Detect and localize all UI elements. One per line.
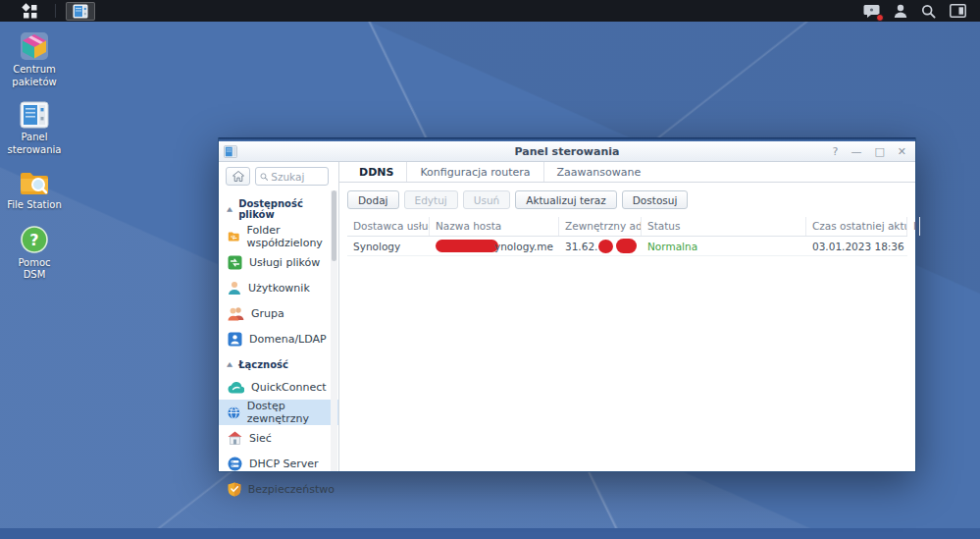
taskbar-separator bbox=[55, 4, 56, 18]
toolbar: Dodaj Edytuj Usuń Aktualizuj teraz Dosto… bbox=[339, 183, 915, 216]
tab-router-configuration[interactable]: Konfiguracja routera bbox=[406, 162, 542, 182]
svg-text:?: ? bbox=[29, 231, 38, 249]
search-icon bbox=[921, 4, 936, 19]
shared-folder-icon bbox=[228, 230, 239, 243]
maximize-button[interactable]: □ bbox=[874, 146, 884, 157]
widgets-icon bbox=[950, 4, 966, 18]
sidebar-top bbox=[219, 162, 338, 190]
window-app-icon bbox=[224, 145, 237, 158]
sidebar-searchbox bbox=[255, 167, 329, 186]
desktop-icon-label: File Station bbox=[7, 199, 61, 212]
taskbar bbox=[0, 0, 980, 22]
network-home-icon bbox=[228, 431, 242, 445]
desktop-icon-file-station[interactable]: File Station bbox=[7, 169, 62, 212]
column-header-external-address[interactable]: Zewnętrzny adres bbox=[559, 217, 642, 236]
table-row[interactable]: Synology ynology.me 31.62. Normalna 03.0… bbox=[347, 237, 907, 256]
search-button[interactable] bbox=[921, 4, 936, 19]
sidebar-item-group[interactable]: Grupa bbox=[219, 300, 338, 326]
sidebar-item-label: Bezpieczeństwo bbox=[248, 483, 335, 496]
cell-service-provider: Synology bbox=[347, 241, 430, 252]
cell-hostname: ynology.me bbox=[430, 240, 559, 252]
main-menu-icon bbox=[22, 3, 38, 20]
search-input[interactable] bbox=[271, 171, 324, 183]
sidebar-section-connectivity[interactable]: ▲ Łączność bbox=[219, 351, 338, 374]
user-icon bbox=[894, 4, 907, 19]
dhcp-server-icon bbox=[228, 457, 242, 471]
main-menu-button[interactable] bbox=[8, 0, 51, 22]
column-header-status[interactable]: Status bbox=[642, 217, 806, 236]
user-icon bbox=[228, 281, 241, 296]
ddns-table: Dostawca usługi Nazwa hosta Zewnętrzny a… bbox=[347, 217, 907, 256]
notifications-button[interactable] bbox=[863, 4, 880, 19]
window-titlebar[interactable]: Panel sterowania ? — □ ✕ bbox=[219, 141, 915, 162]
home-button[interactable] bbox=[226, 167, 250, 186]
sidebar-item-file-services[interactable]: Usługi plików bbox=[219, 249, 338, 275]
column-header-hostname[interactable]: Nazwa hosta bbox=[430, 217, 559, 236]
sidebar-item-label: QuickConnect bbox=[251, 381, 327, 394]
sidebar-section-file-availability[interactable]: ▲ Dostępność plików bbox=[219, 190, 338, 224]
desktop-icon-label: Pomoc DSM bbox=[7, 257, 62, 282]
tab-bar: DDNS Konfiguracja routera Zaawansowane bbox=[339, 162, 915, 183]
hostname-visible-text: ynology.me bbox=[494, 241, 553, 252]
taskbar-tray bbox=[863, 4, 980, 19]
file-station-icon bbox=[19, 169, 50, 196]
package-center-icon bbox=[20, 31, 49, 61]
widgets-button[interactable] bbox=[950, 4, 966, 18]
sidebar-item-label: DHCP Server bbox=[249, 458, 319, 470]
minimize-button[interactable]: — bbox=[851, 146, 861, 157]
edit-button[interactable]: Edytuj bbox=[404, 190, 458, 209]
customize-button[interactable]: Dostosuj bbox=[622, 190, 689, 209]
desktop-icon-control-panel[interactable]: Panel sterowania bbox=[7, 101, 62, 156]
desktop-icon-label: Centrum pakietów bbox=[7, 64, 62, 88]
desktop-icon-package-center[interactable]: Centrum pakietów bbox=[7, 31, 62, 88]
taskbar-app-control-panel[interactable] bbox=[66, 2, 95, 21]
sidebar-item-external-access[interactable]: Dostęp zewnętrzny bbox=[219, 400, 338, 425]
redaction-blob bbox=[616, 239, 637, 253]
sidebar-item-label: Sieć bbox=[249, 432, 272, 445]
sidebar: ▲ Dostępność plików Folder współdzielony… bbox=[219, 162, 339, 471]
main-pane: DDNS Konfiguracja routera Zaawansowane D… bbox=[339, 162, 915, 471]
delete-button[interactable]: Usuń bbox=[463, 190, 510, 209]
sidebar-item-domain-ldap[interactable]: Domena/LDAP bbox=[219, 326, 338, 351]
home-icon bbox=[232, 171, 244, 182]
column-header-truncated[interactable]: I bbox=[907, 217, 920, 236]
sidebar-item-label: Grupa bbox=[251, 307, 284, 320]
dsm-help-icon: ? bbox=[20, 225, 49, 254]
desktop-icon-area: Centrum pakietów Panel sterowania File S… bbox=[7, 31, 62, 282]
tab-advanced[interactable]: Zaawansowane bbox=[543, 162, 654, 182]
sidebar-scrollbar-thumb[interactable] bbox=[332, 190, 336, 261]
tab-ddns[interactable]: DDNS bbox=[346, 162, 406, 182]
sidebar-item-label: Domena/LDAP bbox=[249, 333, 327, 346]
sidebar-item-dhcp-server[interactable]: DHCP Server bbox=[219, 451, 338, 476]
cell-last-update: 03.01.2023 18:36 bbox=[806, 241, 907, 252]
sidebar-item-label: Folder współdzielony bbox=[246, 224, 335, 249]
control-panel-window: Panel sterowania ? — □ ✕ bbox=[218, 137, 916, 472]
sidebar-item-security[interactable]: Bezpieczeństwo bbox=[219, 476, 338, 502]
redaction-blob bbox=[436, 240, 498, 252]
desktop-icon-label: Panel sterowania bbox=[7, 132, 62, 156]
column-header-last-update-time[interactable]: Czas ostatniej aktualizacji bbox=[806, 217, 907, 236]
add-button[interactable]: Dodaj bbox=[347, 190, 399, 209]
update-now-button[interactable]: Aktualizuj teraz bbox=[515, 190, 617, 209]
section-label: Dostępność plików bbox=[238, 198, 335, 220]
window-title: Panel sterowania bbox=[219, 145, 915, 158]
desktop-icon-dsm-help[interactable]: ? Pomoc DSM bbox=[7, 225, 62, 282]
search-icon bbox=[260, 172, 268, 182]
sidebar-scrollbar[interactable] bbox=[331, 190, 337, 471]
sidebar-item-shared-folder[interactable]: Folder współdzielony bbox=[219, 224, 338, 249]
file-services-icon bbox=[228, 255, 242, 270]
sidebar-item-label: Użytkownik bbox=[248, 282, 310, 295]
column-header-service-provider[interactable]: Dostawca usługi bbox=[347, 217, 430, 236]
user-menu-button[interactable] bbox=[894, 4, 907, 19]
sidebar-item-network[interactable]: Sieć bbox=[219, 425, 338, 451]
sidebar-item-quickconnect[interactable]: QuickConnect bbox=[219, 374, 338, 400]
help-button[interactable]: ? bbox=[833, 146, 839, 157]
window-controls: ? — □ ✕ bbox=[833, 146, 915, 157]
table-header-row: Dostawca usługi Nazwa hosta Zewnętrzny a… bbox=[347, 217, 907, 237]
wallpaper-bottom-band bbox=[0, 528, 980, 539]
control-panel-icon bbox=[20, 101, 49, 129]
close-button[interactable]: ✕ bbox=[898, 146, 906, 157]
control-panel-mini-icon bbox=[73, 4, 88, 19]
sidebar-item-user[interactable]: Użytkownik bbox=[219, 275, 338, 300]
redaction-blob bbox=[598, 240, 613, 253]
